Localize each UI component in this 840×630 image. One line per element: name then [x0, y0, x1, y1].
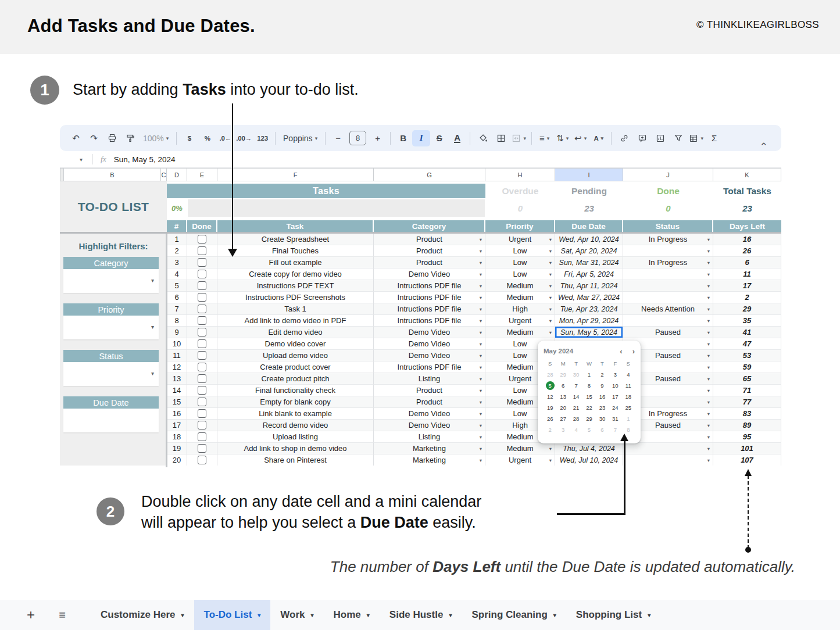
cell-row-number[interactable]: 19	[167, 443, 187, 454]
cell-days-left[interactable]: 6	[713, 257, 781, 269]
cell-due-date[interactable]: Wed, Jul 10, 2024	[555, 454, 623, 466]
paint-format-icon[interactable]	[121, 130, 139, 146]
cell-due-date[interactable]: Wed, Apr 10, 2024	[555, 234, 623, 245]
cell-status[interactable]: In Progress▾	[623, 234, 713, 245]
cell-done[interactable]	[187, 373, 217, 385]
cell-done[interactable]	[187, 350, 217, 361]
cell-row-number[interactable]: 12	[167, 361, 187, 373]
cell-priority[interactable]: Medium▾	[485, 292, 555, 303]
cell-days-left[interactable]: 71	[713, 385, 781, 396]
cell-days-left[interactable]: 2	[713, 292, 781, 303]
bold-icon[interactable]: B	[394, 130, 412, 146]
cell-row-number[interactable]: 5	[167, 280, 187, 292]
number-format-icon[interactable]: 123	[253, 130, 271, 146]
calendar-day[interactable]: 28	[544, 369, 556, 380]
sheet-tab-spring-cleaning[interactable]: Spring Cleaning▾	[462, 600, 566, 630]
cell-priority[interactable]: Medium▾	[485, 443, 555, 454]
column-header-j[interactable]: J	[623, 168, 713, 181]
cell-row-number[interactable]: 7	[167, 303, 187, 315]
cell-status[interactable]: Paused▾	[623, 327, 713, 338]
calendar-day[interactable]: 14	[570, 391, 582, 402]
font-size-input[interactable]: 8	[349, 131, 366, 145]
done-checkbox[interactable]	[198, 328, 206, 337]
cell-days-left[interactable]: 16	[713, 234, 781, 245]
collapse-toolbar-icon[interactable]: ›	[757, 129, 774, 147]
sheet-tab-shopping-list[interactable]: Shopping List▾	[566, 600, 660, 630]
calendar-day[interactable]: 5	[582, 424, 595, 435]
cell-category[interactable]: Product▾	[374, 385, 485, 396]
cell-row-number[interactable]: 9	[167, 327, 187, 338]
cell-category[interactable]: Demo Video▾	[374, 338, 485, 350]
cell-priority[interactable]: Low▾	[485, 269, 555, 280]
column-header-h[interactable]: H	[485, 168, 555, 181]
sheet-tab-work[interactable]: Work▾	[270, 600, 323, 630]
filter-dropdown-category[interactable]: ▾	[63, 269, 159, 293]
done-checkbox[interactable]	[198, 456, 206, 464]
undo-icon[interactable]: ↶	[67, 130, 85, 146]
cell-task[interactable]: Final functionality check	[217, 385, 374, 396]
done-checkbox[interactable]	[198, 444, 206, 453]
cell-category[interactable]: Demo Video▾	[374, 350, 485, 361]
done-checkbox[interactable]	[198, 386, 206, 395]
calendar-day[interactable]: 3	[556, 424, 569, 435]
cell-category[interactable]: Intructions PDF file▾	[374, 315, 485, 327]
cell-task[interactable]: Instructions PDF Screenshots	[217, 292, 374, 303]
functions-icon[interactable]: Σ	[705, 130, 723, 146]
cell-due-date[interactable]: Sat, Apr 20, 2024	[555, 245, 623, 257]
calendar-day[interactable]: 16	[596, 391, 609, 402]
cell-priority[interactable]: Urgent▾	[485, 454, 555, 466]
cell-task[interactable]: Final Touches	[217, 245, 374, 257]
cell-status[interactable]: ▾	[623, 269, 713, 280]
cell-task[interactable]: Upload listing	[217, 431, 374, 443]
fill-color-icon[interactable]	[474, 130, 492, 146]
calendar-day[interactable]: 29	[556, 369, 569, 380]
calendar-day[interactable]: 18	[622, 391, 635, 402]
calendar-day[interactable]: 6	[596, 424, 609, 435]
cell-days-left[interactable]: 101	[713, 443, 781, 454]
formula-input[interactable]: Sun, May 5, 2024	[114, 155, 176, 164]
cell-status[interactable]: Needs Attention▾	[623, 303, 713, 315]
cell-row-number[interactable]: 1	[167, 234, 187, 245]
cell-done[interactable]	[187, 245, 217, 257]
cell-task[interactable]: Instructions PDF TEXT	[217, 280, 374, 292]
borders-icon[interactable]	[492, 130, 510, 146]
cell-category[interactable]: Marketing▾	[374, 443, 485, 454]
cell-category[interactable]: Demo Video▾	[374, 327, 485, 338]
calendar-day[interactable]: 31	[609, 413, 621, 424]
cell-due-date[interactable]: Thu, Apr 11, 2024	[555, 280, 623, 292]
done-checkbox[interactable]	[198, 409, 206, 418]
cell-done[interactable]	[187, 431, 217, 443]
filter-dropdown-priority[interactable]: ▾	[63, 316, 159, 339]
calendar-day[interactable]: 28	[570, 413, 582, 424]
cell-days-left[interactable]: 77	[713, 396, 781, 408]
done-checkbox[interactable]	[198, 293, 206, 302]
cell-task[interactable]: Create Spreadsheet	[217, 234, 374, 245]
cell-done[interactable]	[187, 303, 217, 315]
cell-status[interactable]: In Progress▾	[623, 257, 713, 269]
cell-priority[interactable]: Medium▾	[485, 280, 555, 292]
calendar-day[interactable]: 2	[544, 424, 556, 435]
print-icon[interactable]	[103, 130, 121, 146]
cell-done[interactable]	[187, 443, 217, 454]
calendar-day[interactable]: 4	[622, 369, 635, 380]
zoom-select[interactable]: 100%▾	[139, 130, 173, 146]
cell-row-number[interactable]: 15	[167, 396, 187, 408]
calendar-day[interactable]: 17	[609, 391, 621, 402]
done-checkbox[interactable]	[198, 246, 206, 255]
insert-chart-icon[interactable]	[651, 130, 669, 146]
cell-task[interactable]: Fill out example	[217, 257, 374, 269]
calendar-day[interactable]: 6	[556, 380, 569, 391]
calendar-day[interactable]: 20	[556, 402, 569, 413]
cell-days-left[interactable]: 41	[713, 327, 781, 338]
cell-category[interactable]: Product▾	[374, 257, 485, 269]
cell-priority[interactable]: Urgent▾	[485, 315, 555, 327]
cell-due-date[interactable]: Fri, Apr 5, 2024	[555, 269, 623, 280]
column-header-e[interactable]: E	[187, 168, 217, 181]
done-checkbox[interactable]	[198, 305, 206, 313]
cell-due-date-selected[interactable]: Sun, May 5, 2024	[555, 327, 623, 338]
cell-days-left[interactable]: 53	[713, 350, 781, 361]
cell-done[interactable]	[187, 454, 217, 466]
done-checkbox[interactable]	[198, 363, 206, 371]
cell-done[interactable]	[187, 408, 217, 420]
cell-row-number[interactable]: 16	[167, 408, 187, 420]
